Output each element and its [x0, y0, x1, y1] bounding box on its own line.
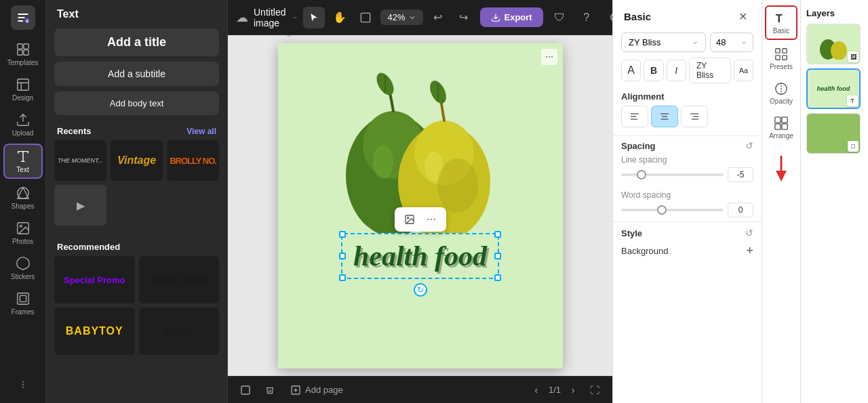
svg-rect-2 — [17, 44, 22, 49]
word-spacing-thumb[interactable] — [657, 205, 667, 215]
recent-item-1[interactable]: THE MOMENT... — [54, 140, 106, 181]
app-logo[interactable]: × — [11, 5, 35, 30]
sidebar-item-design[interactable]: Design — [3, 73, 43, 106]
svg-rect-17 — [361, 13, 370, 22]
format-row: A B I ZY Bliss Aa — [613, 55, 762, 86]
layers-title: Layers — [806, 5, 863, 24]
element-image-btn[interactable] — [400, 210, 419, 229]
sidebar-item-shapes[interactable]: Shapes — [3, 182, 43, 214]
handle-mid-right[interactable] — [494, 253, 501, 259]
svg-point-15 — [22, 381, 23, 382]
line-spacing-thumb[interactable] — [637, 170, 646, 179]
sidebar-item-photos[interactable]: Photos — [3, 217, 43, 249]
canvas-container[interactable]: Page 1 ⋯ — [228, 35, 612, 376]
shield-icon-btn[interactable]: 🛡 — [549, 7, 570, 28]
frame-tool-btn[interactable] — [355, 7, 376, 28]
sidebar-item-text[interactable]: Text — [3, 144, 43, 179]
line-spacing-label: Line spacing — [613, 151, 762, 166]
tab-presets[interactable]: Presets — [765, 43, 797, 75]
handle-mid-left[interactable] — [339, 253, 346, 259]
font-size-select[interactable]: 48 — [710, 33, 753, 52]
align-left-btn[interactable] — [621, 106, 648, 127]
element-more-btn[interactable]: ⋯ — [422, 210, 441, 229]
svg-rect-30 — [241, 386, 250, 394]
line-spacing-row — [613, 166, 762, 186]
svg-point-21 — [373, 145, 393, 179]
sidebar-item-templates[interactable]: Templates — [3, 38, 43, 70]
help-btn[interactable]: ? — [576, 7, 597, 28]
add-body-button[interactable]: Add body text — [54, 91, 219, 115]
italic-btn[interactable]: I — [667, 60, 686, 81]
props-close-btn[interactable]: ✕ — [734, 8, 751, 24]
alignment-row — [613, 104, 762, 133]
cloud-icon: ☁ — [236, 10, 248, 25]
rotate-handle[interactable]: ↻ — [414, 283, 427, 297]
layer-background[interactable]: □ — [806, 113, 861, 154]
add-subtitle-button[interactable]: Add a subtitle — [54, 62, 219, 86]
recents-next-btn[interactable]: ▶ — [54, 185, 106, 226]
recommended-item-2[interactable]: #Coffee Break — [139, 256, 220, 303]
svg-marker-54 — [776, 171, 787, 182]
background-add-btn[interactable]: + — [746, 244, 753, 258]
bold-btn[interactable]: B — [644, 60, 663, 81]
tab-arrange[interactable]: Arrange — [765, 112, 797, 144]
recommended-item-3[interactable]: BABYTOY — [54, 307, 135, 355]
props-header: Basic ✕ — [613, 0, 762, 30]
recents-grid: THE MOMENT... Vintage BROLLY NO. ▶ — [46, 140, 227, 234]
layer-fruits[interactable]: 🖼 — [806, 24, 861, 64]
sidebar-item-upload[interactable]: Upload — [3, 108, 43, 141]
sidebar-item-frames[interactable]: Frames — [3, 287, 43, 320]
svg-rect-52 — [782, 124, 787, 129]
top-bar-right: Export 🛡 ? ⚙ — [480, 7, 613, 28]
font-preview-badge: ZY Bliss — [689, 58, 731, 83]
text-color-btn[interactable]: A — [621, 60, 641, 81]
handle-top-left[interactable] — [339, 231, 346, 238]
svg-rect-6 — [17, 79, 28, 91]
alignment-label: Alignment — [613, 86, 762, 104]
sidebar-item-stickers[interactable]: Stickers — [3, 252, 43, 284]
recommended-item-1[interactable]: Special Promo — [54, 256, 135, 303]
recent-item-3[interactable]: BROLLY NO. — [167, 140, 219, 181]
word-spacing-label: Word spacing — [613, 186, 762, 201]
layer-text[interactable]: health food T — [806, 68, 861, 109]
page-menu-btn[interactable]: ⋯ — [541, 49, 557, 65]
line-spacing-slider[interactable] — [621, 173, 724, 176]
style-reset-btn[interactable]: ↺ — [745, 228, 753, 238]
zoom-control[interactable]: 42% — [380, 9, 422, 25]
svg-rect-50 — [782, 117, 787, 123]
tab-opacity[interactable]: Opacity — [765, 77, 797, 109]
font-case-btn[interactable]: Aa — [734, 60, 753, 81]
handle-top-right[interactable] — [494, 231, 501, 238]
line-spacing-value[interactable] — [728, 167, 753, 182]
svg-point-29 — [407, 217, 408, 218]
redo-btn[interactable]: ↪ — [453, 7, 475, 28]
word-spacing-row — [613, 201, 762, 221]
undo-btn[interactable]: ↩ — [427, 7, 449, 28]
next-page-btn[interactable]: › — [564, 381, 583, 400]
prev-page-btn[interactable]: ‹ — [527, 381, 546, 400]
canvas-text-element[interactable]: ⋯ health food ↻ — [341, 233, 499, 279]
align-center-btn[interactable] — [651, 106, 678, 127]
fullscreen-btn[interactable]: ⛶ — [585, 381, 604, 400]
view-all-link[interactable]: View all — [186, 127, 216, 136]
page-delete-btn[interactable] — [260, 381, 279, 400]
recent-item-2[interactable]: Vintage — [111, 140, 163, 181]
hand-tool-btn[interactable]: ✋ — [329, 7, 351, 28]
add-page-btn[interactable]: Add page — [285, 382, 349, 398]
page-thumbnail-btn[interactable] — [236, 381, 255, 400]
font-family-select[interactable]: ZY Bliss — [621, 33, 706, 52]
doc-title[interactable]: Untitled image — [254, 7, 298, 28]
settings-btn[interactable]: ⚙ — [603, 7, 612, 28]
word-spacing-slider[interactable] — [621, 209, 724, 211]
sidebar-expand-btn[interactable] — [18, 374, 28, 398]
select-tool-btn[interactable] — [303, 7, 325, 28]
handle-bottom-right[interactable] — [494, 274, 501, 281]
export-button[interactable]: Export — [480, 7, 543, 27]
word-spacing-value[interactable] — [728, 203, 753, 217]
tab-basic[interactable]: T Basic — [765, 5, 797, 40]
add-title-button[interactable]: Add a title — [54, 28, 219, 56]
handle-bottom-left[interactable] — [339, 274, 346, 281]
align-right-btn[interactable] — [681, 106, 708, 127]
spacing-reset-btn[interactable]: ↺ — [745, 140, 753, 151]
recommended-item-4[interactable]: okay. — [139, 307, 220, 355]
